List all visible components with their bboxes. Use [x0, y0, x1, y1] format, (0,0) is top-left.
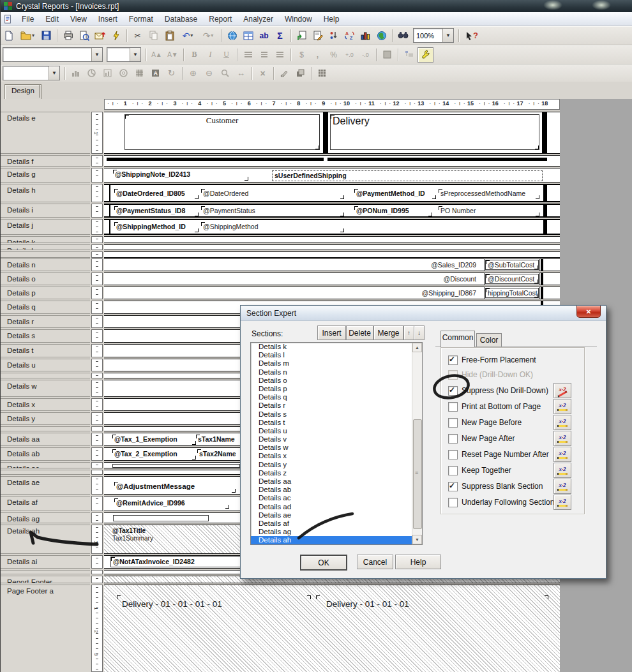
undo-dropdown-caret[interactable]: ▾ — [190, 33, 193, 38]
zoom-select[interactable]: 100% ▼ — [413, 28, 454, 43]
shipping-method-field[interactable]: @ShippingMethod — [201, 222, 344, 232]
print-button[interactable] — [61, 29, 75, 43]
print-at-bottom-formula-button[interactable]: x·2 — [553, 399, 571, 414]
suppress-blank-formula-button[interactable]: x·2 — [553, 479, 571, 494]
payment-status-id-field[interactable]: @PaymentStatus_ID8 — [114, 206, 199, 216]
section-list-item[interactable]: Details ab — [251, 486, 422, 494]
tax1-summary-field[interactable]: Tax1Summary — [110, 534, 155, 542]
keep-together-checkbox[interactable] — [448, 466, 458, 475]
move-section-up-button[interactable]: ↑ — [403, 325, 414, 340]
tab-common[interactable]: Common — [440, 331, 475, 347]
section-label-details-n[interactable]: Details n — [1, 258, 90, 271]
section-label-details-r[interactable]: Details r — [1, 315, 90, 328]
section-label-details-m[interactable] — [1, 251, 90, 258]
checkbox-row-new-page-before[interactable]: New Page Before — [448, 417, 522, 428]
tab-design[interactable]: Design — [4, 84, 41, 100]
user-defined-shipping-field[interactable]: sUserDefinedShipping — [272, 170, 543, 181]
tab-color[interactable]: Color — [476, 333, 502, 347]
section-label-details-ag[interactable]: Details ag — [1, 512, 90, 523]
export-button[interactable] — [93, 29, 107, 43]
tax1-exemption-field[interactable]: @Tax_1_Exemption — [112, 435, 196, 445]
paste-button[interactable] — [162, 29, 177, 43]
new-report-button[interactable] — [1, 29, 16, 43]
section-list-item[interactable]: Details ac — [251, 494, 422, 502]
checkbox-row-free-form-placement[interactable]: Free-Form Placement — [448, 355, 536, 365]
font-name-combo[interactable]: ▼ — [3, 47, 103, 62]
checkbox-row-underlay-following[interactable]: Underlay Following Sections — [448, 497, 558, 507]
customer-header-field[interactable]: Customer — [124, 114, 320, 150]
payment-status-field[interactable]: @PaymentStatus — [201, 206, 344, 216]
section-label-page-footer-a[interactable]: Page Footer a — [1, 585, 90, 672]
section-label-details-ab[interactable]: Details ab — [1, 447, 90, 461]
insert-section-button[interactable]: Insert — [317, 325, 346, 340]
context-help-button[interactable]: ? — [462, 29, 481, 43]
page-footer-delivery-field-2[interactable]: Delivery - 01 - 01 - 01 — [326, 599, 409, 609]
section-label-details-ae[interactable]: Details ae — [1, 476, 90, 495]
discount-cost-field[interactable]: @DiscountCost — [485, 274, 539, 284]
section-label-report-footer[interactable]: Report Footer — [1, 576, 90, 583]
remit-advice-field[interactable]: @RemitAdvice_ID996 — [114, 498, 229, 509]
po-number-field[interactable]: PO Number — [439, 206, 539, 216]
section-label-details-e[interactable]: Details e — [1, 112, 90, 154]
section-list-item[interactable]: Details ag — [251, 528, 422, 536]
po-num-id-field[interactable]: @PONum_ID995 — [354, 206, 432, 216]
font-size-combo[interactable]: ▼ — [107, 47, 141, 62]
delivery-header-field[interactable]: Delivery — [330, 114, 539, 150]
section-label-details-q[interactable]: Details q — [1, 301, 90, 314]
discount-field[interactable]: @Discount — [296, 274, 478, 283]
ok-button[interactable]: OK — [300, 555, 347, 571]
list-scrollbar[interactable]: ▲ ▼ — [412, 343, 422, 544]
insert-field-button[interactable] — [241, 29, 255, 43]
section-label-details-i[interactable]: Details i — [1, 204, 90, 218]
section-list-item[interactable]: Details ad — [251, 503, 422, 511]
section-label-details-g[interactable]: Details g — [1, 168, 90, 183]
section-label-details-y[interactable]: Details y — [1, 412, 90, 425]
section-list-item[interactable]: Details y — [251, 461, 422, 469]
new-page-before-checkbox[interactable] — [448, 418, 458, 428]
section-label-details-k[interactable]: Details k — [1, 236, 90, 243]
section-list-item[interactable]: Details ae — [251, 511, 422, 519]
underlay-following-checkbox[interactable] — [448, 498, 458, 507]
section-label-details-v[interactable] — [1, 373, 90, 378]
delete-section-button[interactable]: Delete — [346, 325, 373, 340]
cut-button[interactable]: ✂ — [130, 29, 145, 43]
insert-summary-button[interactable]: Σ — [273, 29, 287, 43]
menu-item[interactable]: Database — [159, 13, 203, 25]
copy-button[interactable] — [146, 29, 161, 43]
section-list-item[interactable]: Details o — [251, 377, 422, 385]
title-bar[interactable]: Crystal Reports - [Invoices.rpt] — [1, 0, 632, 12]
menu-item[interactable]: File — [16, 13, 40, 25]
zoom-dropdown-caret[interactable]: ▼ — [442, 29, 453, 42]
cancel-button[interactable]: Cancel — [357, 555, 393, 569]
help-button[interactable]: Help — [395, 555, 441, 569]
section-list-item[interactable]: Details r — [251, 401, 422, 410]
menu-item[interactable]: Help — [318, 13, 345, 25]
new-page-before-formula-button[interactable]: x·2 — [553, 415, 571, 430]
section-list-item[interactable]: Details l — [251, 351, 422, 359]
section-list-item[interactable]: Details ah — [251, 536, 422, 544]
adjustment-message-field[interactable]: @AdjustmentMessage — [114, 482, 236, 493]
new-page-after-checkbox[interactable] — [448, 434, 458, 444]
shipping-note-field[interactable]: @ShippingNote_ID2413 — [113, 170, 248, 181]
shipping-method-id-field[interactable]: @ShippingMethod_ID — [114, 222, 199, 232]
section-label-details-z[interactable] — [1, 426, 90, 431]
preprocessed-method-name-field[interactable]: sPreprocessedMethodName — [439, 189, 539, 199]
date-ordered-id-field[interactable]: @DateOrdered_ID805 — [114, 189, 199, 199]
section-label-details-o[interactable]: Details o — [1, 273, 90, 285]
section-list-item[interactable]: Details s — [251, 410, 422, 419]
section-label-details-s[interactable]: Details s — [1, 329, 90, 343]
checkbox-row-suppress-blank-section[interactable]: Suppress Blank Section — [448, 481, 543, 491]
insert-subreport-button[interactable] — [310, 29, 325, 43]
reset-page-number-formula-button[interactable]: x·2 — [553, 447, 571, 462]
subtotal-cost-field[interactable]: @SubTotalCost — [485, 260, 539, 270]
merge-section-button[interactable]: Merge — [373, 325, 403, 340]
section-list-item[interactable]: Details af — [251, 519, 422, 528]
section-list-item[interactable]: Details m — [251, 359, 422, 368]
format-wrench-button[interactable] — [418, 47, 433, 63]
insert-group-button[interactable] — [294, 29, 309, 43]
section-list-item[interactable]: Details n — [251, 368, 422, 377]
section-label-details-af[interactable]: Details af — [1, 496, 90, 511]
print-at-bottom-checkbox[interactable] — [448, 402, 458, 412]
open-dropdown-caret[interactable]: ▾ — [32, 33, 34, 38]
scrollbar-thumb[interactable] — [413, 419, 422, 529]
